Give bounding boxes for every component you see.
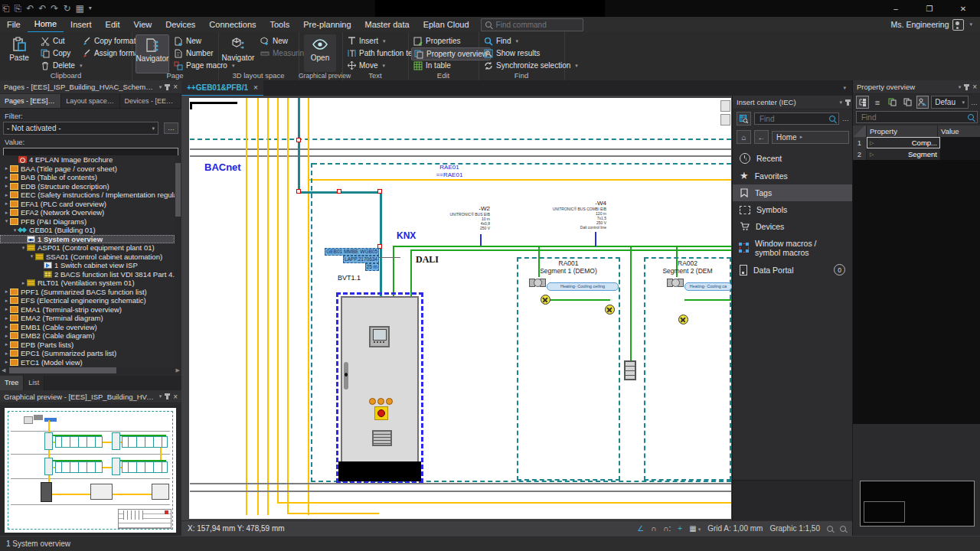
layout-navigator-button[interactable]: Navigator: [222, 34, 254, 72]
ra002-label[interactable]: RA002Segment 2 (DEM: [645, 259, 730, 275]
new-page-icon[interactable]: ⎗: [2, 0, 10, 17]
layout-new-button[interactable]: New: [258, 35, 290, 47]
maximize-button[interactable]: ❐: [913, 0, 946, 17]
selected-bus-wire[interactable]: [298, 98, 300, 193]
copy-button[interactable]: Copy: [38, 47, 73, 59]
insert-center-item-window-macros[interactable]: Window macros / symbol macros: [733, 235, 853, 261]
menu-view[interactable]: View: [127, 17, 159, 32]
pin-icon[interactable]: [166, 393, 168, 399]
undo-icon[interactable]: ↶: [38, 0, 46, 17]
collapse-icon[interactable]: ▾: [3, 218, 10, 224]
back-button[interactable]: ←: [754, 130, 769, 144]
expand-icon[interactable]: ▷: [870, 148, 874, 160]
menu-file[interactable]: File: [0, 17, 28, 32]
find-button[interactable]: Find▾: [482, 35, 521, 47]
expand-icon[interactable]: ▸: [20, 280, 27, 286]
redo-icon[interactable]: ↷: [51, 0, 58, 17]
power-wire[interactable]: [277, 502, 731, 504]
menu-eplan-cloud[interactable]: Eplan Cloud: [416, 17, 476, 32]
grid-size-label[interactable]: Grid A: 1,00 mm: [707, 524, 763, 533]
tree-item[interactable]: ▸EMB1 (Cable overview): [0, 323, 175, 332]
property-overview-header[interactable]: Property overview ▾ ×: [853, 80, 980, 94]
panel-menu-icon[interactable]: ▾: [839, 99, 842, 106]
cable-w2-label[interactable]: -W2 UNITRONIC® BUS EIB 10 m 4x0,8 250 V: [413, 205, 490, 230]
expand-icon[interactable]: ▸: [3, 192, 10, 198]
tree-item[interactable]: ▸BAB (Table of contents): [0, 173, 175, 182]
tree-item-selected[interactable]: 1 System overview: [0, 235, 175, 244]
pin-icon[interactable]: [166, 84, 168, 90]
copy-format-button[interactable]: Copy format: [80, 35, 138, 47]
tree-item[interactable]: ▾GEB01 (Building 01): [0, 226, 175, 235]
copy-properties-button[interactable]: [886, 96, 899, 109]
insert-center-item-recent[interactable]: Recent: [733, 149, 853, 168]
dali-device-symbol[interactable]: [678, 315, 688, 324]
insert-center-item-devices[interactable]: Devices: [733, 218, 853, 235]
property-find[interactable]: [856, 111, 978, 123]
structured-find-button[interactable]: [737, 112, 751, 126]
power-wire[interactable]: [287, 513, 379, 514]
tree-item[interactable]: 2 BACS function list VDI 3814 Part 4.3: [0, 270, 175, 279]
selection-handle[interactable]: [296, 189, 301, 194]
insert-center-search-input[interactable]: [758, 114, 826, 124]
canvas-split-button[interactable]: [720, 114, 730, 126]
control-cabinet[interactable]: [341, 296, 419, 463]
expand-icon[interactable]: ▸: [3, 341, 10, 347]
tree-item[interactable]: ▸EDB (Structure description): [0, 182, 175, 191]
expand-icon[interactable]: ▷: [870, 137, 874, 148]
power-wire[interactable]: [287, 98, 289, 514]
close-icon[interactable]: ×: [173, 83, 178, 91]
tree-view-button[interactable]: [856, 96, 869, 109]
close-icon[interactable]: ×: [173, 393, 178, 401]
expand-icon[interactable]: ▸: [3, 350, 10, 357]
object-snap-icon[interactable]: ∩: [651, 524, 656, 533]
tree-item[interactable]: ▸EMA2 (Terminal diagram): [0, 314, 175, 323]
filter-edit-button[interactable]: [916, 96, 929, 109]
menu-master-data[interactable]: Master data: [358, 17, 416, 32]
scheme-more-button[interactable]: …: [971, 99, 978, 106]
tree-item[interactable]: ▸EFA1 (PLC card overview): [0, 200, 175, 209]
insert-center-item-tags[interactable]: Tags: [733, 184, 853, 201]
tree-item[interactable]: ▸RLT01 (Ventilation system 01): [0, 279, 175, 288]
graphical-preview-body[interactable]: [0, 405, 181, 536]
quick-access-more-icon[interactable]: ▾: [89, 0, 92, 17]
column-property[interactable]: Property: [867, 126, 938, 137]
tree-item[interactable]: ▸EPB (Parts lists): [0, 341, 175, 350]
menu-home[interactable]: Home: [28, 16, 64, 33]
selection-handle[interactable]: [296, 138, 301, 142]
expand-icon[interactable]: ▸: [3, 174, 10, 181]
tab-layout-space[interactable]: Layout space - [EE...: [61, 94, 119, 108]
filter-more-button[interactable]: …: [164, 122, 178, 134]
tree-item[interactable]: ▸EFS (Electrical engineering schematic): [0, 296, 175, 305]
table-close-icon[interactable]: ▦: [75, 0, 83, 17]
bus-device-symbol[interactable]: [624, 360, 636, 380]
property-row[interactable]: 2 ▷Segment: [853, 148, 980, 160]
ra001-label[interactable]: RA001Segment 1 (DEMO): [518, 259, 619, 275]
in-table-button[interactable]: In table: [411, 60, 453, 71]
selection-handle[interactable]: [377, 189, 382, 194]
valve-symbol[interactable]: [529, 276, 546, 288]
redo-history-icon[interactable]: ↻: [63, 0, 70, 17]
list-view-button[interactable]: ≡: [871, 96, 884, 109]
page-navigator-button[interactable]: Navigator: [136, 34, 169, 73]
tab-tree[interactable]: Tree: [0, 376, 24, 390]
knx-label[interactable]: KNX: [397, 230, 416, 241]
expand-icon[interactable]: ▸: [3, 324, 10, 330]
power-wire[interactable]: [257, 98, 259, 515]
rae01-label[interactable]: RAE01==RAE01: [411, 164, 488, 179]
pin-icon[interactable]: [847, 99, 849, 106]
selection-handle[interactable]: [337, 189, 341, 194]
valve-symbol[interactable]: [667, 276, 684, 288]
expand-icon[interactable]: ▸: [3, 298, 10, 304]
paste-properties-button[interactable]: [901, 96, 914, 109]
graphical-preview-header[interactable]: Graphical preview - [EES]_ISP_Building_H…: [0, 390, 181, 403]
pages-panel-header[interactable]: Pages - [EES]_ISP_Building_HVAC_Schemati…: [0, 80, 181, 94]
insert-center-item-favorites[interactable]: ★ Favorites: [733, 168, 853, 184]
power-wire[interactable]: [246, 98, 247, 515]
tree-horizontal-scrollbar[interactable]: ◀▶: [0, 367, 181, 374]
tab-devices[interactable]: Devices - [EES]_ISP...: [120, 94, 181, 108]
tree-item[interactable]: ▸EMA1 (Terminal-strip overview): [0, 305, 175, 315]
undo-history-icon[interactable]: ↶: [26, 0, 34, 17]
property-row[interactable]: 1 ▷Comp...: [853, 137, 980, 148]
tree-item[interactable]: 1 Switch cabinet view ISP: [0, 261, 175, 270]
heating-cooling-bar[interactable]: Heating- Cooling ca: [684, 282, 732, 291]
